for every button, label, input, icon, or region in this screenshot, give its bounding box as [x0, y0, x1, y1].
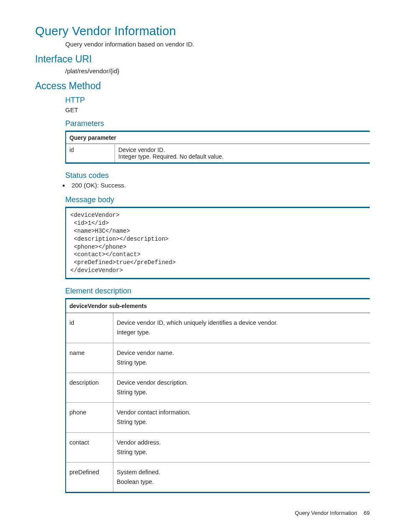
param-name: id: [66, 144, 115, 163]
status-code-text: 200 (OK): Success.: [72, 182, 126, 189]
elem-name: id: [66, 313, 113, 343]
elem-name: preDefined: [66, 463, 113, 493]
elem-desc-line: String type.: [117, 389, 147, 396]
elem-desc: System defined. Boolean type.: [113, 463, 370, 493]
param-table-header: Query parameter: [66, 131, 370, 144]
elem-desc-line: Device vendor ID, which uniquely identif…: [117, 319, 278, 326]
page-title: Query Vendor Information: [35, 24, 370, 38]
elem-desc: Device vendor description. String type.: [113, 373, 370, 402]
page-number: 69: [364, 510, 370, 516]
elem-row: description Device vendor description. S…: [66, 373, 370, 402]
param-row: id Device vendor ID. Integer type. Requi…: [66, 144, 370, 163]
elem-table-header: deviceVendor sub-elements: [66, 299, 370, 313]
elem-desc-line: Integer type.: [117, 329, 151, 336]
parameters-table: Query parameter id Device vendor ID. Int…: [65, 131, 370, 164]
elem-desc: Device vendor ID, which uniquely identif…: [113, 313, 370, 343]
param-desc-line2: Integer type. Required. No default value…: [118, 153, 223, 160]
elem-desc-line: String type.: [117, 419, 147, 425]
elem-desc: Vendor address. String type.: [113, 432, 370, 462]
param-desc-line1: Device vendor ID.: [118, 146, 165, 153]
bullet-icon: •: [62, 182, 70, 190]
interface-uri-value: /plat/res/vendor/{id}: [65, 67, 370, 75]
elem-row: contact Vendor address. String type.: [66, 432, 370, 462]
elements-table: deviceVendor sub-elements id Device vend…: [65, 298, 370, 493]
message-body-code: <deviceVendor> <id>1</id> <name>H3C</nam…: [65, 207, 370, 279]
status-code-item: • 200 (OK): Success.: [73, 182, 370, 190]
elem-row: name Device vendor name. String type.: [66, 343, 370, 373]
element-description-heading: Element description: [65, 287, 370, 296]
status-codes-heading: Status codes: [65, 171, 370, 180]
param-desc: Device vendor ID. Integer type. Required…: [115, 144, 370, 163]
elem-desc-line: System defined.: [117, 469, 160, 475]
elem-desc-line: Device vendor description.: [117, 379, 188, 386]
interface-uri-heading: Interface URI: [35, 54, 370, 65]
elem-name: contact: [66, 432, 113, 462]
intro-text: Query vendor information based on vendor…: [65, 41, 370, 48]
http-heading: HTTP: [65, 96, 370, 105]
elem-desc: Device vendor name. String type.: [113, 343, 370, 373]
parameters-heading: Parameters: [65, 119, 370, 128]
elem-desc: Vendor contact information. String type.: [113, 403, 370, 432]
elem-desc-line: String type.: [117, 359, 147, 366]
elem-name: name: [66, 343, 113, 373]
http-method: GET: [65, 106, 370, 113]
elem-row: preDefined System defined. Boolean type.: [66, 463, 370, 493]
elem-desc-line: String type.: [117, 449, 147, 455]
elem-row: phone Vendor contact information. String…: [66, 403, 370, 432]
elem-desc-line: Vendor contact information.: [117, 409, 191, 416]
elem-name: description: [66, 373, 113, 402]
access-method-heading: Access Method: [35, 80, 370, 92]
elem-desc-line: Device vendor name.: [117, 350, 174, 356]
page-footer: Query Vendor Information 69: [35, 510, 370, 516]
footer-title: Query Vendor Information: [295, 510, 357, 516]
message-body-heading: Message body: [65, 195, 370, 204]
elem-desc-line: Vendor address.: [117, 439, 161, 446]
elem-row: id Device vendor ID, which uniquely iden…: [66, 313, 370, 343]
elem-desc-line: Boolean type.: [117, 478, 154, 485]
elem-name: phone: [66, 403, 113, 432]
